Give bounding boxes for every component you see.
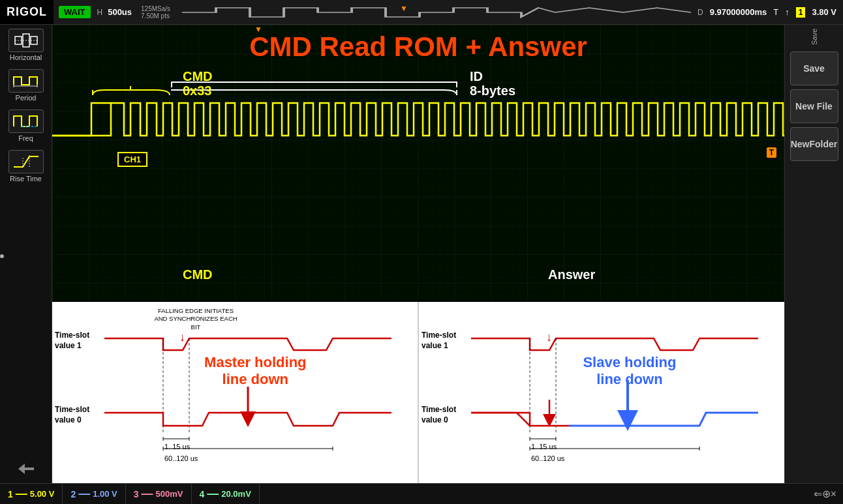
timing2-right: 60..120 us	[531, 454, 564, 462]
ch2-number: 2	[70, 489, 76, 499]
h-label: H	[97, 8, 103, 17]
ch3-number: 3	[134, 489, 139, 499]
ch1-number: 1	[8, 489, 13, 499]
left-diagram: FALLING EDGE INITIATES AND SYNCHRONIZES …	[52, 302, 419, 483]
answer-bottom-label: Answer	[548, 267, 595, 282]
cmd-bottom-label: CMD	[183, 267, 213, 282]
new-file-button[interactable]: New File	[790, 89, 838, 123]
freq-icon[interactable]	[8, 110, 44, 133]
ch3-dash: —	[142, 487, 153, 501]
sample-rate: 125MSa/s	[141, 5, 170, 12]
right-sidebar: Save Save New File NewFolder	[784, 25, 843, 483]
trigger-marker-top: ▼	[400, 4, 408, 13]
t-label: T	[773, 7, 778, 17]
slave-title: Slave holding line down	[583, 354, 676, 389]
ch2-volt: 1.00 V	[93, 489, 117, 499]
rise-time-icon[interactable]	[8, 150, 44, 173]
top-bar: RIGOL WAIT H 500us 125MSa/s 7.50M pts ▼ …	[0, 0, 843, 25]
rigol-logo: RIGOL	[0, 0, 54, 24]
right-waveform	[419, 302, 784, 483]
save-button[interactable]: Save	[790, 52, 838, 85]
t-channel-badge: 1	[796, 7, 806, 18]
period-icon[interactable]	[8, 69, 44, 93]
t-voltage: 3.80 V	[812, 7, 836, 17]
ch2-status: 2 — 1.00 V	[63, 484, 125, 504]
ch1-volt: 5.00 V	[30, 489, 55, 499]
period-label: Period	[16, 94, 37, 102]
ch1-dash: —	[16, 487, 27, 501]
freq-section: Freq	[0, 110, 52, 142]
waveform-preview	[182, 5, 691, 20]
period-section: Period	[0, 69, 52, 102]
sidebar-dot	[0, 254, 4, 258]
id-bytes: 8-bytes	[470, 83, 515, 98]
scope-screen: CMD Read ROM + Answer CMD 0x33 ID 8-byte…	[52, 25, 784, 301]
trigger-top-marker: ▼	[254, 25, 262, 34]
ch1-badge: CH1	[117, 152, 147, 167]
t-arrow: ↑	[785, 7, 789, 17]
ch4-volt: 20.0mV	[221, 489, 251, 499]
horizontal-section: Horizontal	[0, 29, 52, 61]
bottom-status-bar: 1 — 5.00 V 2 — 1.00 V 3 — 500mV 4 — 20.0…	[0, 483, 843, 504]
new-folder-button[interactable]: NewFolder	[790, 127, 838, 161]
left-sidebar: Horizontal Period Freq	[0, 25, 52, 483]
cmd-label-top: CMD	[183, 69, 213, 84]
timing1-left: 1..15 us	[164, 443, 190, 451]
freq-label: Freq	[18, 134, 33, 142]
id-label: ID	[470, 69, 483, 84]
waveform-svg	[52, 25, 784, 301]
ch4-status: 4 — 20.0mV	[192, 484, 260, 504]
wait-badge: WAIT	[59, 6, 91, 18]
horizontal-label: Horizontal	[10, 53, 42, 61]
ch3-status: 3 — 500mV	[126, 484, 192, 504]
rise-time-label: Rise Time	[10, 175, 42, 183]
pts: 7.50M pts	[141, 12, 170, 20]
cmd-hex: 0x33	[183, 83, 212, 98]
horizontal-icon[interactable]	[8, 29, 44, 52]
d-label: D	[697, 8, 703, 17]
timing2-left: 60..120 us	[164, 454, 198, 462]
h-value: 500us	[108, 7, 132, 17]
lower-diagrams: FALLING EDGE INITIATES AND SYNCHRONIZES …	[52, 301, 784, 483]
ch4-dash: —	[207, 487, 219, 501]
rise-time-section: Rise Time	[0, 150, 52, 183]
timing1-right: 1..15 us	[531, 443, 557, 451]
master-title: Master holding line down	[204, 354, 306, 389]
ch2-dash: —	[78, 487, 90, 501]
ch1-status: 1 — 5.00 V	[0, 484, 63, 504]
save-vertical-label: Save	[810, 29, 818, 45]
top-right-params: D 9.97000000ms T ↑ 1 3.80 V	[697, 7, 836, 18]
more-icon[interactable]	[16, 461, 37, 479]
d-value: 9.97000000ms	[710, 7, 767, 17]
ch3-volt: 500mV	[156, 489, 183, 499]
ch4-number: 4	[200, 489, 205, 499]
left-waveform	[52, 302, 418, 483]
t-marker-right: T	[767, 147, 776, 158]
right-diagram: ↓ Time-slotvalue 1 Time-slotvalue 0 Slav…	[419, 302, 784, 483]
usb-icon: ⇐⊕×	[814, 488, 836, 500]
